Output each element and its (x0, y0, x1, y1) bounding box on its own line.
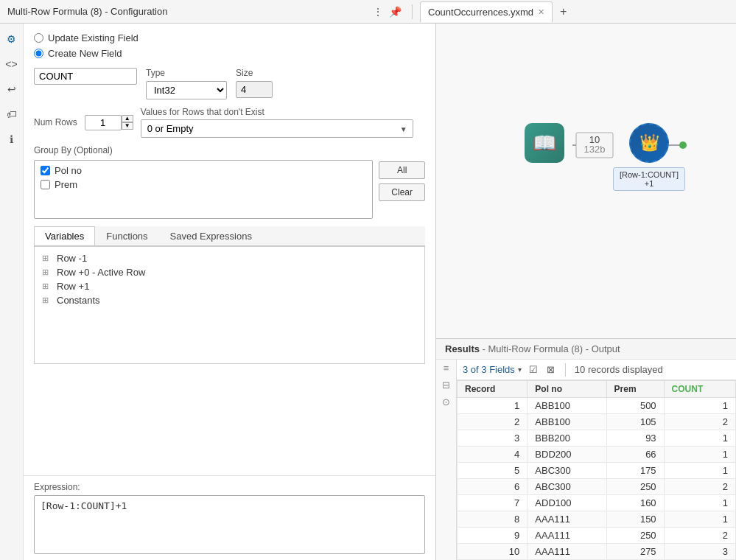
toolbar-divider (565, 363, 566, 377)
table-row: 2 ABB100 105 2 (458, 414, 736, 430)
cell-pol-no: ABC300 (528, 479, 606, 495)
size-label: Size (236, 68, 273, 78)
tab-saved-expressions[interactable]: Saved Expressions (159, 226, 263, 245)
prem-label: Prem (55, 179, 77, 190)
group-by-section: Group By (Optional) Pol no Prem All (34, 145, 425, 219)
pin-button[interactable]: 📌 (386, 4, 404, 19)
svg-text:10: 10 (589, 134, 600, 145)
fields-dropdown[interactable]: 3 of 3 Fields ▾ (463, 364, 522, 375)
group-by-content: Pol no Prem All Clear (34, 160, 425, 219)
sidebar-item-info[interactable]: ℹ (2, 130, 21, 149)
cell-record: 4 (458, 447, 528, 463)
num-rows-spinner[interactable]: ▲ ▼ (122, 115, 133, 130)
cell-count: 2 (664, 414, 735, 430)
cell-pol-no: AAA111 (528, 511, 606, 528)
size-input[interactable] (236, 81, 273, 98)
tab-variables[interactable]: Variables (34, 226, 95, 245)
expression-box[interactable]: [Row-1:COUNT]+1 (34, 495, 425, 554)
clear-icon[interactable]: ⊠ (545, 363, 556, 377)
group-by-prem[interactable]: Prem (41, 179, 366, 190)
results-body: ≡ ⊟ ⊙ 3 of 3 Fields ▾ ☑ ⊠ 1 (436, 360, 736, 560)
grid-icon[interactable]: ⊟ (442, 379, 450, 391)
main-tab[interactable]: CountOccurrences.yxmd ✕ (420, 1, 553, 22)
cell-prem: 93 (606, 430, 664, 447)
close-tab-icon[interactable]: ✕ (538, 7, 544, 17)
header-row: Record Pol no Prem COUNT (458, 381, 736, 398)
list-icon[interactable]: ≡ (444, 363, 449, 374)
table-row: 5 ABC300 175 1 (458, 463, 736, 479)
clear-button[interactable]: Clear (379, 183, 425, 201)
cell-count: 1 (664, 463, 735, 479)
results-toolbar: 3 of 3 Fields ▾ ☑ ⊠ 10 records displayed (457, 360, 736, 380)
workflow-svg: 10 132b (436, 24, 736, 338)
field-type-col: Type Int32 (146, 68, 227, 99)
cell-prem: 105 (606, 414, 664, 430)
prem-checkbox[interactable] (41, 180, 50, 189)
formula-node[interactable]: 👑 [Row-1:COUNT] +1 (613, 123, 685, 191)
right-panel: 10 132b 📖 👑 [Row-1:COUNT] +1 (436, 24, 736, 560)
var-row-minus1[interactable]: ⊞ Row -1 (42, 251, 417, 265)
cell-record: 5 (458, 463, 528, 479)
create-field-row: Create New Field (34, 48, 425, 59)
field-name-input[interactable] (34, 68, 137, 85)
fields-label: 3 of 3 Fields (463, 364, 515, 375)
spinner-up[interactable]: ▲ (122, 115, 133, 122)
sidebar-item-arrow[interactable]: ↩ (2, 80, 21, 99)
input-node[interactable]: 📖 (525, 123, 564, 163)
table-row: 10 AAA111 275 3 (458, 544, 736, 560)
values-select[interactable]: 0 or Empty (141, 119, 413, 138)
cell-prem: 150 (606, 511, 664, 528)
update-field-label[interactable]: Update Existing Field (48, 32, 139, 43)
input-node-box[interactable]: 📖 (525, 123, 564, 163)
table-row: 7 ADD100 160 1 (458, 495, 736, 511)
results-table-wrap: Record Pol no Prem COUNT 1 ABB100 500 1 … (457, 380, 736, 560)
formula-node-box[interactable]: 👑 (629, 123, 669, 163)
var-row-0[interactable]: ⊞ Row +0 - Active Row (42, 265, 417, 279)
cell-record: 6 (458, 479, 528, 495)
cell-count: 1 (664, 495, 735, 511)
check-icon[interactable]: ☑ (528, 363, 539, 377)
cell-pol-no: AAA111 (528, 528, 606, 544)
var-constants[interactable]: ⊞ Constants (42, 293, 417, 307)
config-content: Update Existing Field Create New Field T… (24, 24, 435, 475)
expr-tabs: Variables Functions Saved Expressions (34, 226, 425, 246)
add-tab-button[interactable]: + (555, 4, 571, 20)
var-label: Row -1 (57, 253, 87, 264)
col-count: COUNT (664, 381, 735, 398)
pol-no-checkbox[interactable] (41, 166, 50, 175)
config-title-bar: Multi-Row Formula (8) - Configuration ⋮ … (0, 4, 413, 19)
sidebar-item-tag[interactable]: 🏷 (2, 105, 21, 124)
update-field-radio[interactable] (34, 33, 43, 43)
menu-button[interactable]: ⋮ (370, 4, 386, 19)
spinner-down[interactable]: ▼ (122, 122, 133, 130)
cell-count: 3 (664, 544, 735, 560)
col-prem: Prem (606, 381, 664, 398)
help-icon[interactable]: ⊙ (442, 396, 450, 407)
num-rows-input[interactable] (85, 115, 122, 130)
sidebar-item-code[interactable]: <> (2, 55, 21, 74)
cell-record: 7 (458, 495, 528, 511)
var-row-plus1[interactable]: ⊞ Row +1 (42, 279, 417, 293)
num-rows-group: Num Rows ▲ ▼ Values for Rows that don't … (34, 107, 425, 138)
sidebar-item-gear[interactable]: ⚙ (2, 29, 21, 49)
type-select[interactable]: Int32 (146, 81, 227, 99)
group-by-label: Group By (Optional) (34, 145, 425, 155)
tab-functions[interactable]: Functions (95, 226, 158, 245)
cell-prem: 66 (606, 447, 664, 463)
cell-record: 2 (458, 414, 528, 430)
table-row: 4 BDD200 66 1 (458, 447, 736, 463)
create-field-label[interactable]: Create New Field (48, 48, 122, 59)
results-left-bar: ≡ ⊟ ⊙ (436, 360, 457, 560)
values-label: Values for Rows that don't Exist (141, 107, 413, 117)
results-table: Record Pol no Prem COUNT 1 ABB100 500 1 … (457, 380, 736, 560)
table-row: 1 ABB100 500 1 (458, 398, 736, 414)
values-select-wrap: 0 or Empty ▼ (141, 119, 413, 138)
create-field-radio[interactable] (34, 49, 43, 58)
all-button[interactable]: All (379, 161, 425, 179)
cell-record: 9 (458, 528, 528, 544)
cell-count: 1 (664, 447, 735, 463)
group-by-pol-no[interactable]: Pol no (41, 165, 366, 176)
records-count: 10 records displayed (575, 364, 663, 375)
expression-label: Expression: (34, 482, 425, 492)
cell-count: 1 (664, 511, 735, 528)
